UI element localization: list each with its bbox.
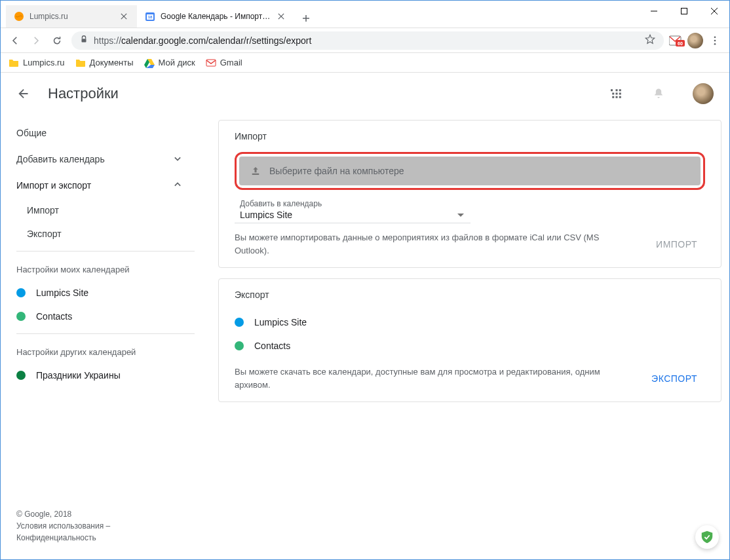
svg-rect-4: [682, 9, 687, 14]
close-icon[interactable]: [119, 11, 129, 22]
export-panel: Экспорт Lumpics Site Contacts Вы можете …: [218, 278, 721, 402]
calendar-dot-icon: [235, 341, 244, 350]
folder-icon: [75, 58, 86, 68]
window-controls: [639, 1, 729, 22]
favicon-orange: [14, 11, 24, 22]
bookmark-documents[interactable]: Документы: [75, 58, 134, 68]
file-select-button[interactable]: Выберите файл на компьютере: [239, 157, 701, 185]
settsidebar: Общие Добавить календарь Импорт и экспор…: [1, 115, 210, 559]
nav-forward-button[interactable]: [27, 31, 45, 50]
upload-icon: [250, 165, 261, 177]
bookmarks-bar: Lumpics.ru Документы Мой диск Gmail: [1, 53, 729, 73]
star-icon[interactable]: [644, 33, 656, 47]
calendar-dot-icon: [16, 312, 26, 321]
svg-rect-19: [612, 96, 614, 98]
calendar-holidays-ukraine[interactable]: Праздники Украины: [1, 364, 210, 387]
import-help-text: Вы можете импортировать данные о меропри…: [235, 231, 632, 257]
drive-icon: [144, 58, 155, 68]
calendar-dot-icon: [235, 318, 244, 327]
svg-point-11: [714, 43, 716, 45]
favicon-calendar: 18: [145, 11, 155, 22]
svg-rect-18: [619, 93, 621, 95]
svg-point-10: [714, 39, 716, 41]
new-tab-button[interactable]: [297, 9, 315, 28]
sidebar-item-general[interactable]: Общие: [1, 120, 200, 146]
titlebar: Lumpics.ru 18 Google Календарь - Импорт …: [1, 1, 729, 28]
sidebar-sub-export[interactable]: Экспорт: [1, 222, 210, 246]
gmail-icon: [206, 58, 216, 68]
back-button[interactable]: [16, 86, 32, 102]
bookmark-lumpics[interactable]: Lumpics.ru: [9, 58, 65, 68]
nav-back-button[interactable]: [6, 31, 24, 50]
chevron-up-icon: [171, 178, 184, 193]
chevron-down-icon: [171, 152, 184, 167]
svg-rect-20: [616, 96, 618, 98]
tab-title: Google Календарь - Импорт и э: [161, 12, 271, 21]
svg-point-9: [714, 36, 716, 38]
sidebar-item-import-export[interactable]: Импорт и экспорт: [1, 172, 200, 198]
sidebar-sub-import[interactable]: Импорт: [1, 198, 210, 222]
page-title: Настройки: [48, 85, 119, 102]
apps-grid-button[interactable]: [604, 81, 630, 107]
gmail-extension-icon[interactable]: 60: [669, 34, 685, 47]
terms-link[interactable]: Условия использования: [16, 521, 104, 531]
my-calendars-title: Настройки моих календарей: [1, 252, 210, 281]
url-text: https://calendar.google.com/calendar/r/s…: [94, 35, 639, 46]
svg-rect-13: [611, 89, 613, 91]
svg-rect-5: [82, 39, 86, 42]
svg-rect-12: [206, 60, 216, 66]
tab-google-calendar[interactable]: 18 Google Календарь - Импорт и э: [137, 5, 294, 28]
calendar-contacts[interactable]: Contacts: [1, 305, 210, 328]
highlight-box: Выберите файл на компьютере: [235, 152, 705, 190]
calendar-lumpics-site[interactable]: Lumpics Site: [1, 281, 210, 305]
svg-text:18: 18: [148, 15, 153, 19]
maximize-button[interactable]: [669, 1, 699, 22]
minimize-button[interactable]: [639, 1, 669, 22]
svg-rect-17: [616, 93, 618, 95]
export-button[interactable]: ЭКСПОРТ: [644, 368, 705, 389]
bookmark-gmail[interactable]: Gmail: [206, 58, 242, 68]
tab-lumpics[interactable]: Lumpics.ru: [6, 5, 137, 28]
dropdown-arrow-icon: [457, 209, 467, 218]
browser-toolbar: https://calendar.google.com/calendar/r/s…: [1, 28, 729, 53]
export-calendar-lumpics-site: Lumpics Site: [235, 310, 705, 334]
lock-icon: [79, 35, 88, 46]
svg-text:60: 60: [678, 41, 683, 45]
export-help-text: Вы можете скачать все календари, доступн…: [235, 365, 628, 391]
svg-rect-15: [619, 89, 621, 91]
extension-badge-button[interactable]: [695, 525, 719, 549]
svg-rect-21: [619, 96, 621, 98]
calendar-dot-icon: [16, 288, 26, 297]
nav-reload-button[interactable]: [48, 31, 66, 50]
import-panel: Импорт Выберите файл на компьютере Добав…: [218, 120, 721, 268]
chrome-menu-button[interactable]: [706, 31, 724, 50]
app-header: Настройки: [1, 73, 729, 115]
account-avatar-button[interactable]: [693, 83, 714, 104]
profile-avatar-icon[interactable]: [687, 33, 703, 48]
close-button[interactable]: [699, 1, 729, 22]
export-calendar-contacts: Contacts: [235, 334, 705, 358]
tab-title: Lumpics.ru: [29, 12, 113, 21]
calendar-dot-icon: [16, 371, 26, 380]
content-area: Импорт Выберите файл на компьютере Добав…: [210, 115, 729, 559]
folder-icon: [9, 58, 19, 68]
address-bar[interactable]: https://calendar.google.com/calendar/r/s…: [71, 31, 664, 50]
sidebar-item-add-calendar[interactable]: Добавить календарь: [1, 146, 200, 172]
sidebar-footer: © Google, 2018 Условия использования – К…: [1, 498, 210, 554]
tab-strip: Lumpics.ru 18 Google Календарь - Импорт …: [1, 1, 315, 28]
notifications-button[interactable]: [645, 81, 672, 107]
svg-rect-16: [612, 93, 614, 95]
import-title: Импорт: [235, 131, 705, 141]
bookmark-drive[interactable]: Мой диск: [144, 58, 195, 68]
other-calendars-title: Настройки других календарей: [1, 334, 210, 364]
import-button[interactable]: ИМПОРТ: [648, 234, 705, 255]
calendar-select[interactable]: Добавить в календарь Lumpics Site: [235, 195, 471, 223]
close-icon[interactable]: [276, 11, 286, 22]
privacy-link[interactable]: Конфиденциальность: [16, 533, 96, 542]
svg-rect-14: [616, 89, 618, 91]
export-title: Экспорт: [235, 289, 705, 300]
